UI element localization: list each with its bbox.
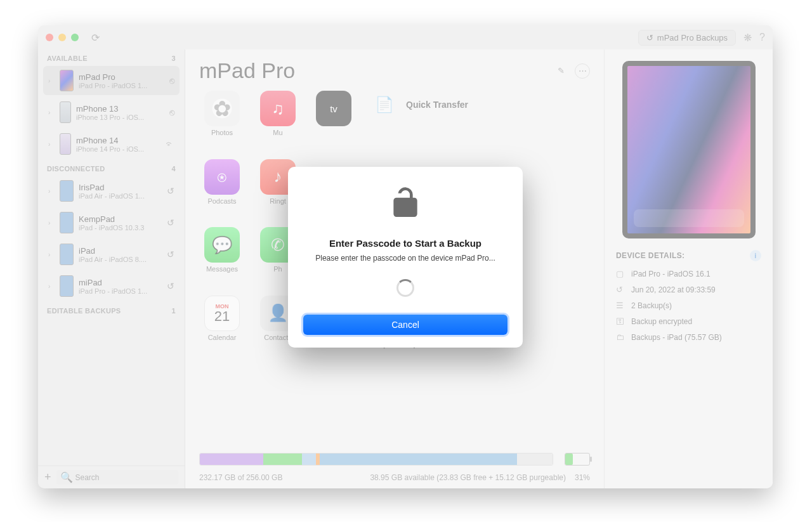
- spinner-icon: [396, 279, 414, 297]
- modal-backdrop: Enter Passcode to Start a Backup Please …: [38, 25, 773, 488]
- app-window: ⟳ ↺ mPad Pro Backups ❋ ? AVAILABLE3 › mP…: [38, 25, 773, 488]
- dialog-message: Please enter the passcode on the device …: [303, 254, 508, 263]
- dialog-title: Enter Passcode to Start a Backup: [303, 238, 508, 249]
- cancel-button[interactable]: Cancel: [303, 315, 508, 335]
- passcode-dialog: Enter Passcode to Start a Backup Please …: [288, 167, 523, 348]
- unlock-icon: [303, 186, 508, 229]
